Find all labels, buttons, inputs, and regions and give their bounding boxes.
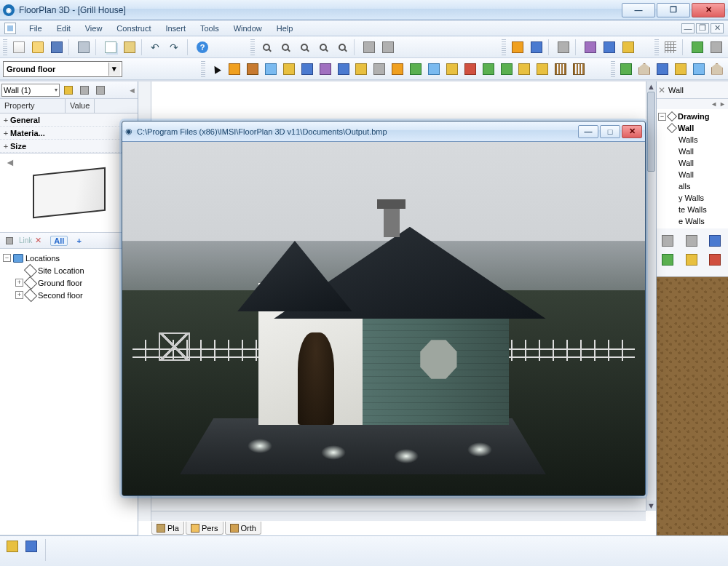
tree-wall-group[interactable]: Wall xyxy=(658,122,727,134)
column-tool[interactable] xyxy=(317,60,333,78)
toolbar-grip[interactable] xyxy=(654,39,659,55)
column-value[interactable]: Value xyxy=(66,99,95,113)
render-output-window[interactable]: ◉ C:\Program Files (x86)\IMSI\FloorPlan … xyxy=(122,121,646,496)
materials-button[interactable] xyxy=(601,39,618,56)
window-tool[interactable] xyxy=(263,60,280,78)
wizard-deck-button[interactable] xyxy=(672,60,689,78)
opening-tool[interactable] xyxy=(280,60,297,78)
prop-filter-button[interactable] xyxy=(77,84,92,97)
orbit-button[interactable] xyxy=(379,39,397,56)
zoom-out-button[interactable] xyxy=(277,39,294,56)
arrow-right-icon[interactable]: ► xyxy=(719,100,726,108)
print-button[interactable] xyxy=(75,39,92,56)
fence-tool[interactable] xyxy=(553,60,569,78)
chevron-left-icon[interactable]: ◄ xyxy=(128,86,136,95)
render-window-titlebar[interactable]: ◉ C:\Program Files (x86)\IMSI\FloorPlan … xyxy=(122,121,645,142)
toolbar-grip[interactable] xyxy=(611,61,615,77)
tree-item-ground[interactable]: + Ground floor xyxy=(1,276,136,289)
mat-tool-6[interactable] xyxy=(705,252,724,268)
render-button[interactable] xyxy=(582,39,599,56)
element-type-combo[interactable]: Wall (1) ▾ xyxy=(1,84,60,97)
window-maximize-button[interactable]: ❐ xyxy=(657,3,690,17)
window-close-button[interactable]: ✕ xyxy=(692,3,725,17)
mat-tool-2[interactable] xyxy=(682,233,701,249)
vertical-scrollbar[interactable]: ▲ ▼ xyxy=(646,81,656,511)
status-tool-1[interactable] xyxy=(4,539,20,554)
close-panel-icon[interactable]: ✕ xyxy=(658,85,668,95)
prop-group-general[interactable]: +General xyxy=(0,113,138,127)
beam-tool[interactable] xyxy=(335,60,352,78)
scroll-down-icon[interactable]: ▼ xyxy=(646,501,656,511)
layers-button[interactable] xyxy=(620,39,637,56)
mat-tool-4[interactable] xyxy=(658,252,677,268)
wizard-bath-button[interactable] xyxy=(708,60,725,78)
tree-item-second[interactable]: + Second floor xyxy=(1,289,136,301)
camera-tool[interactable] xyxy=(371,60,388,78)
plant-tool[interactable] xyxy=(480,60,496,78)
mdi-restore-button[interactable]: ❐ xyxy=(696,23,709,33)
walk-button[interactable] xyxy=(555,39,572,56)
menu-tools[interactable]: Tools xyxy=(193,23,226,34)
delete-icon[interactable]: ✕ xyxy=(35,236,41,245)
preview-prev-button[interactable]: ◄ xyxy=(4,156,16,168)
mat-tool-3[interactable] xyxy=(705,233,724,249)
status-tool-2[interactable] xyxy=(23,539,39,554)
prop-group-size[interactable]: +Size xyxy=(0,140,138,153)
mat-tool-1[interactable] xyxy=(658,233,677,249)
wizard-roof-button[interactable] xyxy=(654,60,671,78)
view-3d-button[interactable] xyxy=(509,39,526,56)
tree-item[interactable]: Wall xyxy=(658,157,727,169)
tree-item[interactable]: y Walls xyxy=(658,192,727,204)
arrow-left-icon[interactable]: ◄ xyxy=(711,100,717,108)
menu-edit[interactable]: Edit xyxy=(50,23,78,34)
menu-window[interactable]: Window xyxy=(226,23,269,34)
snap-button[interactable] xyxy=(689,39,706,56)
zoom-selection-button[interactable] xyxy=(333,39,351,56)
open-button[interactable] xyxy=(29,39,47,56)
floor-selector[interactable]: Ground floor ▾ xyxy=(3,61,122,77)
toolbar-grip[interactable] xyxy=(502,39,506,55)
menu-construct[interactable]: Construct xyxy=(109,23,158,34)
terrain-tool[interactable] xyxy=(408,60,424,78)
slab-tool[interactable] xyxy=(353,60,370,78)
tab-plan[interactable]: Pla xyxy=(151,522,184,535)
prop-pin-button[interactable] xyxy=(61,84,76,97)
save-button[interactable] xyxy=(48,39,66,56)
stairs-tool[interactable] xyxy=(298,60,315,78)
toolbar-grip[interactable] xyxy=(201,61,205,77)
render-maximize-button[interactable]: □ xyxy=(600,125,620,138)
electrical-tool[interactable] xyxy=(516,60,533,78)
redo-button[interactable] xyxy=(167,39,184,56)
pan-button[interactable] xyxy=(360,39,378,56)
path-tool[interactable] xyxy=(426,60,443,78)
zoom-extents-button[interactable] xyxy=(314,39,332,56)
roof-tool[interactable] xyxy=(389,60,406,78)
undo-button[interactable] xyxy=(148,39,165,56)
tree-item[interactable]: e Walls xyxy=(658,215,727,227)
mdi-document-icon[interactable] xyxy=(4,23,16,34)
tree-item[interactable]: Wall xyxy=(658,146,727,157)
tree-item-site[interactable]: Site Location xyxy=(1,264,136,276)
mdi-minimize-button[interactable]: — xyxy=(681,23,695,33)
render-close-button[interactable]: ✕ xyxy=(622,125,642,138)
column-property[interactable]: Property xyxy=(0,99,66,113)
toolbar-grip[interactable] xyxy=(250,39,255,55)
tree-item[interactable]: Wall xyxy=(658,169,727,180)
prop-more-button[interactable] xyxy=(93,84,108,97)
paste-button[interactable] xyxy=(121,39,138,56)
zoom-window-button[interactable] xyxy=(296,39,313,56)
measure-button[interactable] xyxy=(528,39,545,56)
sel-list-button[interactable] xyxy=(3,235,16,247)
dimension-tool[interactable] xyxy=(534,60,551,78)
furniture-tool[interactable] xyxy=(443,60,460,78)
options-button[interactable] xyxy=(708,39,725,56)
tab-perspective[interactable]: Pers xyxy=(186,522,223,535)
door-tool[interactable] xyxy=(245,60,261,78)
zoom-in-button[interactable] xyxy=(258,39,275,56)
toolbar-grip[interactable] xyxy=(3,39,7,55)
select-all-button[interactable]: All xyxy=(50,236,68,246)
wizard-room-button[interactable] xyxy=(636,60,653,78)
wall-tool[interactable] xyxy=(226,60,243,78)
mdi-close-button[interactable]: ✕ xyxy=(711,23,724,33)
material-preview[interactable] xyxy=(657,276,728,535)
